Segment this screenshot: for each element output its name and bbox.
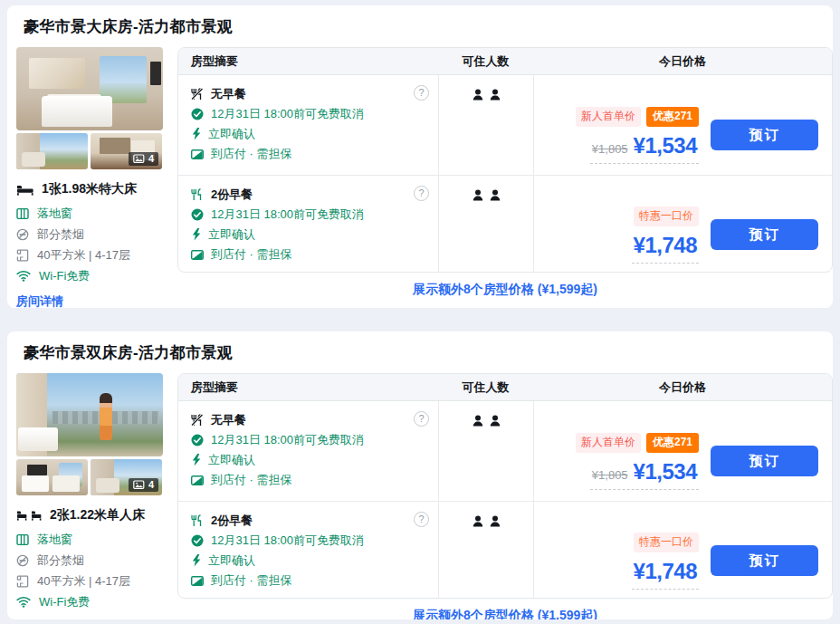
question-circle-icon[interactable]: ? bbox=[414, 186, 429, 201]
wifi-icon bbox=[16, 270, 31, 282]
room-photo-main[interactable] bbox=[16, 373, 163, 456]
feature-wifi: Wi-Fi免费 bbox=[16, 591, 163, 612]
rate-row: 无早餐 12月31日 18:00前可免费取消 立即确认 到店付 · 需 bbox=[178, 401, 832, 501]
window-icon bbox=[16, 207, 29, 220]
current-price: ¥1,748 bbox=[634, 233, 697, 258]
rate-row: 2份早餐 12月31日 18:00前可免费取消 立即确认 到店付 · bbox=[178, 175, 832, 272]
no-smoking-icon bbox=[16, 554, 29, 567]
check-circle-icon bbox=[191, 108, 204, 120]
cutlery-icon bbox=[191, 514, 204, 527]
meal-info: 无早餐 bbox=[191, 410, 425, 430]
twin-beds-icon bbox=[31, 509, 43, 522]
lightning-icon bbox=[191, 554, 201, 567]
show-more-rates-link[interactable]: 展示额外8个房型价格 (¥1,599起) bbox=[177, 608, 833, 619]
feature-area: 40平方米 | 4-17层 bbox=[16, 245, 163, 265]
header-room-summary: 房型摘要 bbox=[178, 53, 438, 70]
floorplan-icon bbox=[16, 575, 29, 588]
pay-guarantee-icon bbox=[191, 249, 204, 261]
feature-window: 落地窗 bbox=[16, 203, 163, 224]
bed-type-label: 2张1.22米单人床 bbox=[50, 507, 145, 523]
header-today-price: 今日价格 bbox=[533, 53, 832, 70]
person-icon bbox=[472, 415, 483, 427]
lightning-icon bbox=[191, 228, 201, 241]
lightning-icon bbox=[191, 128, 201, 140]
check-circle-icon bbox=[191, 434, 204, 446]
price-group[interactable]: ¥1,748 bbox=[632, 233, 699, 264]
cancellation-info: 12月31日 18:00前可免费取消 bbox=[191, 205, 425, 225]
room-type-title: 豪华市景双床房-活力都市景观 bbox=[24, 342, 833, 363]
promo-label: 特惠一口价 bbox=[634, 206, 699, 226]
rate-table-header: 房型摘要 可住人数 今日价格 bbox=[178, 48, 832, 75]
floorplan-icon bbox=[16, 249, 29, 262]
original-price: ¥1,805 bbox=[592, 468, 628, 482]
rate-row: 2份早餐 12月31日 18:00前可免费取消 立即确认 到店付 · bbox=[178, 501, 832, 598]
pay-guarantee-icon bbox=[191, 475, 204, 486]
feature-smoking: 部分禁烟 bbox=[16, 224, 163, 245]
price-group[interactable]: ¥1,748 bbox=[632, 559, 699, 590]
book-button[interactable]: 预订 bbox=[711, 446, 818, 476]
crossed-cutlery-icon bbox=[191, 88, 204, 101]
lightning-icon bbox=[191, 454, 201, 466]
photo-count: 4 bbox=[148, 153, 154, 164]
current-price: ¥1,534 bbox=[634, 133, 697, 158]
current-price: ¥1,748 bbox=[634, 559, 697, 584]
crossed-cutlery-icon bbox=[191, 414, 204, 427]
rate-table: 房型摘要 可住人数 今日价格 无早餐 12月31日 18:00前可免费取消 bbox=[177, 47, 833, 273]
promo-label: 新人首单价 bbox=[576, 433, 641, 453]
header-occupancy: 可住人数 bbox=[438, 53, 533, 70]
person-icon bbox=[472, 89, 483, 101]
feature-smoking: 部分禁烟 bbox=[16, 550, 163, 571]
occupancy-cell bbox=[438, 502, 533, 599]
header-today-price: 今日价格 bbox=[533, 379, 832, 396]
price-group[interactable]: ¥1,805 ¥1,534 bbox=[590, 459, 699, 490]
occupancy-cell bbox=[438, 401, 533, 501]
discount-badge: 优惠271 bbox=[646, 107, 699, 127]
meal-info: 2份早餐 bbox=[191, 185, 425, 205]
confirmation-info: 立即确认 bbox=[191, 225, 425, 245]
wifi-icon bbox=[16, 596, 31, 608]
question-circle-icon[interactable]: ? bbox=[414, 512, 429, 527]
check-circle-icon bbox=[191, 534, 204, 547]
price-group[interactable]: ¥1,805 ¥1,534 bbox=[590, 133, 699, 164]
question-circle-icon[interactable]: ? bbox=[414, 85, 429, 101]
payment-info: 到店付 · 需担保 bbox=[191, 245, 425, 264]
room-photo-thumb-2[interactable]: 4 bbox=[91, 133, 162, 169]
feature-area: 40平方米 | 4-17层 bbox=[16, 571, 163, 591]
room-details-link[interactable]: 房间详情 bbox=[16, 293, 63, 308]
cancellation-info: 12月31日 18:00前可免费取消 bbox=[191, 531, 425, 551]
room-photo-thumb-1[interactable] bbox=[16, 459, 88, 495]
original-price: ¥1,805 bbox=[592, 142, 628, 156]
window-icon bbox=[16, 533, 29, 546]
current-price: ¥1,534 bbox=[634, 459, 697, 485]
question-circle-icon[interactable]: ? bbox=[414, 411, 429, 427]
book-button[interactable]: 预订 bbox=[711, 120, 818, 150]
room-photo-main[interactable] bbox=[16, 47, 163, 130]
photo-count-badge[interactable]: 4 bbox=[129, 478, 158, 492]
check-circle-icon bbox=[191, 208, 204, 221]
room-photo-thumb-2[interactable]: 4 bbox=[91, 459, 162, 495]
occupancy-cell bbox=[438, 75, 533, 175]
bed-type-label: 1张1.98米特大床 bbox=[42, 181, 137, 197]
person-icon bbox=[490, 515, 501, 527]
cancellation-info: 12月31日 18:00前可免费取消 bbox=[191, 430, 425, 450]
rate-table: 房型摘要 可住人数 今日价格 无早餐 12月31日 18:00前可免费取消 bbox=[177, 373, 833, 599]
meal-info: 无早餐 bbox=[191, 84, 425, 104]
pay-guarantee-icon bbox=[191, 575, 204, 587]
no-smoking-icon bbox=[16, 228, 29, 241]
room-photo-thumb-1[interactable] bbox=[16, 133, 88, 169]
photo-count-badge[interactable]: 4 bbox=[129, 152, 158, 166]
room-type-card-twin: 豪华市景双床房-活力都市景观 4 2张1.22米单人床 bbox=[7, 331, 833, 619]
person-icon bbox=[490, 89, 501, 101]
person-icon bbox=[490, 415, 501, 427]
confirmation-info: 立即确认 bbox=[191, 450, 425, 470]
photo-count: 4 bbox=[148, 479, 154, 490]
book-button[interactable]: 预订 bbox=[711, 545, 818, 576]
show-more-rates-link[interactable]: 展示额外8个房型价格 (¥1,599起) bbox=[177, 282, 833, 298]
person-icon bbox=[472, 189, 483, 201]
book-button[interactable]: 预订 bbox=[711, 219, 818, 250]
pay-guarantee-icon bbox=[191, 149, 204, 160]
header-occupancy: 可住人数 bbox=[438, 379, 533, 396]
room-type-card-king: 豪华市景大床房-活力都市景观 4 1张1.98米特大床 bbox=[7, 5, 833, 308]
confirmation-info: 立即确认 bbox=[191, 124, 425, 144]
cancellation-info: 12月31日 18:00前可免费取消 bbox=[191, 104, 425, 124]
